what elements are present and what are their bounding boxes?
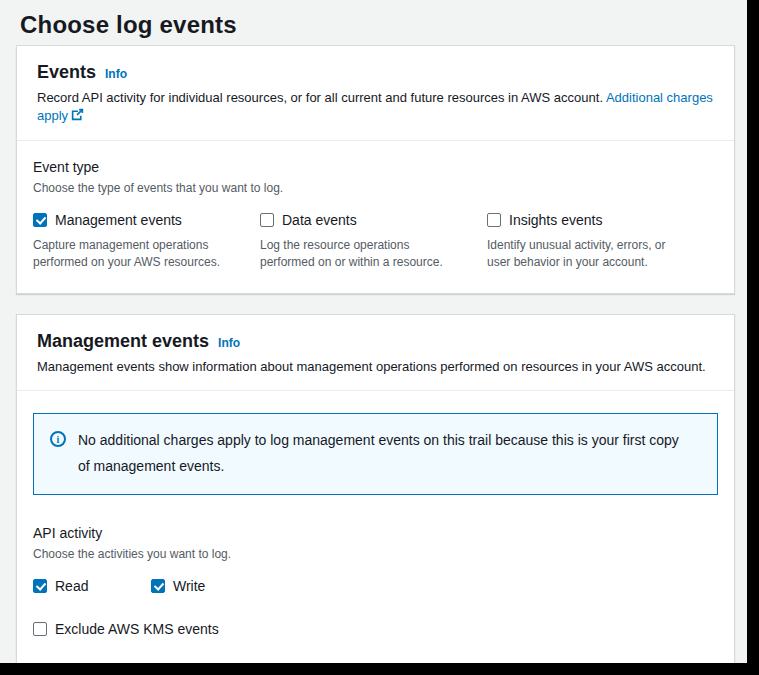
viewport: Choose log events Events Info Record API… xyxy=(0,0,759,675)
management-card-body: i No additional charges apply to log man… xyxy=(17,391,734,663)
external-link-icon xyxy=(71,108,84,126)
data-events-checkbox-row[interactable]: Data events xyxy=(260,212,463,228)
management-card-header: Management events Info Management events… xyxy=(17,315,734,390)
event-type-hint: Choose the type of events that you want … xyxy=(33,181,714,195)
management-events-checkbox[interactable] xyxy=(33,213,47,227)
insights-events-checkbox-row[interactable]: Insights events xyxy=(487,212,690,228)
read-checkbox[interactable] xyxy=(33,579,47,593)
page-title: Choose log events xyxy=(0,0,747,40)
events-info-link[interactable]: Info xyxy=(105,67,127,81)
management-events-description: Capture management operations performed … xyxy=(33,237,236,271)
exclude-kms-checkbox[interactable] xyxy=(33,622,47,636)
insights-events-description: Identify unusual activity, errors, or us… xyxy=(487,237,690,271)
events-card-description: Record API activity for individual resou… xyxy=(37,89,714,126)
read-checkbox-label: Read xyxy=(55,578,88,594)
api-activity-hint: Choose the activities you want to log. xyxy=(33,547,714,561)
events-card: Events Info Record API activity for indi… xyxy=(16,45,735,294)
management-events-card: Management events Info Management events… xyxy=(16,314,735,663)
write-checkbox-row[interactable]: Write xyxy=(151,578,205,594)
read-checkbox-row[interactable]: Read xyxy=(33,578,151,594)
insights-events-checkbox-label: Insights events xyxy=(509,212,602,228)
data-events-description: Log the resource operations performed on… xyxy=(260,237,463,271)
management-events-checkbox-row[interactable]: Management events xyxy=(33,212,236,228)
management-card-description: Management events show information about… xyxy=(37,358,714,376)
data-events-option: Data events Log the resource operations … xyxy=(260,212,487,271)
data-events-checkbox-label: Data events xyxy=(282,212,357,228)
management-info-link[interactable]: Info xyxy=(218,336,240,350)
exclude-kms-checkbox-row[interactable]: Exclude AWS KMS events xyxy=(33,621,714,637)
events-card-body: Event type Choose the type of events tha… xyxy=(17,141,734,293)
insights-events-option: Insights events Identify unusual activit… xyxy=(487,212,714,271)
info-circle-icon: i xyxy=(50,431,66,447)
api-activity-label: API activity xyxy=(33,525,714,541)
read-write-row: Read Write xyxy=(33,578,714,594)
insights-events-checkbox[interactable] xyxy=(487,213,501,227)
data-events-checkbox[interactable] xyxy=(260,213,274,227)
management-card-title: Management events xyxy=(37,331,209,352)
events-card-header: Events Info Record API activity for indi… xyxy=(17,46,734,140)
management-events-checkbox-label: Management events xyxy=(55,212,182,228)
choose-log-events-page: Choose log events Events Info Record API… xyxy=(0,0,747,663)
exclude-kms-checkbox-label: Exclude AWS KMS events xyxy=(55,621,219,637)
write-checkbox-label: Write xyxy=(173,578,205,594)
event-type-options: Management events Capture management ope… xyxy=(33,212,714,271)
management-events-option: Management events Capture management ope… xyxy=(33,212,260,271)
write-checkbox[interactable] xyxy=(151,579,165,593)
events-description-text: Record API activity for individual resou… xyxy=(37,90,603,105)
no-charges-alert-text: No additional charges apply to log manag… xyxy=(78,427,690,479)
no-charges-info-alert: i No additional charges apply to log man… xyxy=(33,413,718,495)
event-type-label: Event type xyxy=(33,159,714,175)
events-card-title: Events xyxy=(37,62,96,83)
